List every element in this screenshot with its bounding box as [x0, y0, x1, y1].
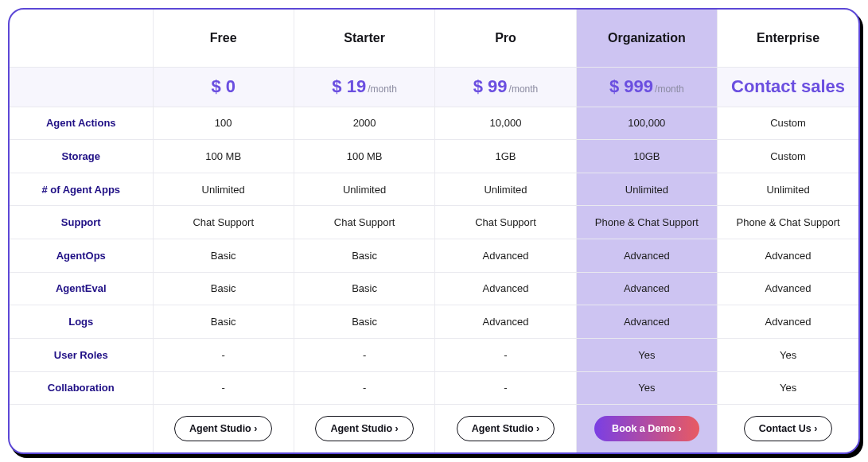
- cell: 100 MB: [294, 140, 434, 173]
- price-organization: $ 999/month: [576, 67, 717, 107]
- cell: Phone & Chat Support: [718, 206, 858, 239]
- row-collaboration: Collaboration - - - Yes Yes: [10, 371, 858, 405]
- cell: Yes: [576, 371, 717, 405]
- cta-cell-enterprise: Contact Us ›: [718, 405, 858, 452]
- cell: Advanced: [718, 272, 858, 305]
- price-value: $ 999: [609, 76, 653, 96]
- price-per: /month: [368, 83, 397, 95]
- pricing-table: Free Starter Pro Organization Enterprise…: [10, 10, 858, 452]
- row-label: Logs: [10, 305, 153, 339]
- cell: Basic: [153, 272, 294, 305]
- row-agentops: AgentOps Basic Basic Advanced Advanced A…: [10, 239, 858, 273]
- cta-cell-starter: Agent Studio ›: [294, 405, 434, 452]
- cell: Unlimited: [435, 173, 576, 206]
- plan-header-organization: Organization: [576, 10, 717, 67]
- cell: Yes: [718, 371, 858, 405]
- cell: 2000: [294, 107, 434, 140]
- row-label: Agent Actions: [10, 107, 153, 140]
- cell: -: [153, 371, 294, 405]
- price-free: $ 0: [153, 67, 294, 107]
- cell: 100,000: [576, 107, 717, 140]
- cell: 10,000: [435, 107, 576, 140]
- cell: Advanced: [435, 272, 576, 305]
- cta-cell-organization: Book a Demo ›: [576, 405, 717, 452]
- plan-header-enterprise: Enterprise: [718, 10, 858, 67]
- cell: Unlimited: [294, 173, 434, 206]
- cell: Chat Support: [153, 206, 294, 239]
- cell: Basic: [294, 239, 434, 273]
- plan-header-row: Free Starter Pro Organization Enterprise: [10, 10, 858, 67]
- price-starter: $ 19/month: [294, 67, 434, 107]
- price-value: $ 19: [332, 76, 366, 96]
- cell: Basic: [153, 305, 294, 339]
- price-per: /month: [655, 83, 684, 95]
- price-per: /month: [509, 83, 539, 95]
- cell: 100 MB: [153, 140, 294, 173]
- cell: Yes: [576, 338, 717, 371]
- row-agent-actions: Agent Actions 100 2000 10,000 100,000 Cu…: [10, 107, 858, 140]
- cell: Advanced: [718, 239, 858, 273]
- corner-cell: [10, 10, 153, 67]
- cta-cell-free: Agent Studio ›: [153, 405, 294, 452]
- agent-studio-button[interactable]: Agent Studio ›: [457, 416, 555, 441]
- plan-header-free: Free: [153, 10, 294, 67]
- cell: -: [435, 338, 576, 371]
- row-label: User Roles: [10, 338, 153, 371]
- price-value: $ 99: [473, 76, 508, 96]
- cell: Basic: [294, 272, 434, 305]
- cell: Custom: [718, 140, 858, 173]
- plan-header-starter: Starter: [294, 10, 434, 67]
- cell: Unlimited: [153, 173, 294, 206]
- row-label: AgentOps: [10, 239, 153, 273]
- cell: Advanced: [435, 239, 576, 273]
- row-label: Collaboration: [10, 371, 153, 405]
- row-storage: Storage 100 MB 100 MB 1GB 10GB Custom: [10, 140, 858, 173]
- cell: -: [294, 338, 434, 371]
- cta-cell-pro: Agent Studio ›: [435, 405, 576, 452]
- cta-row: Agent Studio › Agent Studio › Agent Stud…: [10, 405, 858, 452]
- cell: Chat Support: [294, 206, 434, 239]
- price-enterprise: Contact sales: [718, 67, 858, 107]
- cell: Advanced: [718, 305, 858, 339]
- row-label: # of Agent Apps: [10, 173, 153, 206]
- agent-studio-button[interactable]: Agent Studio ›: [315, 416, 413, 441]
- cell: Advanced: [576, 239, 717, 273]
- price-contact-text: Contact sales: [731, 76, 845, 96]
- cell: -: [435, 371, 576, 405]
- cell: Advanced: [576, 305, 717, 339]
- price-pro: $ 99/month: [435, 67, 576, 107]
- cell: Unlimited: [576, 173, 717, 206]
- cell: Chat Support: [435, 206, 576, 239]
- cell: Basic: [294, 305, 434, 339]
- cell: Basic: [153, 239, 294, 273]
- pricing-table-frame: Free Starter Pro Organization Enterprise…: [8, 8, 860, 454]
- cta-label-cell: [10, 405, 153, 452]
- row-label: AgentEval: [10, 272, 153, 305]
- cell: 100: [153, 107, 294, 140]
- cell: -: [153, 338, 294, 371]
- row-user-roles: User Roles - - - Yes Yes: [10, 338, 858, 371]
- row-label: Support: [10, 206, 153, 239]
- price-row: $ 0 $ 19/month $ 99/month $ 999/month Co…: [10, 67, 858, 107]
- cell: 10GB: [576, 140, 717, 173]
- row-label: Storage: [10, 140, 153, 173]
- cell: Advanced: [435, 305, 576, 339]
- cell: Unlimited: [718, 173, 858, 206]
- cell: -: [294, 371, 434, 405]
- cell: Phone & Chat Support: [576, 206, 717, 239]
- row-logs: Logs Basic Basic Advanced Advanced Advan…: [10, 305, 858, 339]
- price-label-cell: [10, 67, 153, 107]
- plan-header-pro: Pro: [435, 10, 576, 67]
- contact-us-button[interactable]: Contact Us ›: [744, 416, 833, 441]
- agent-studio-button[interactable]: Agent Studio ›: [174, 416, 272, 441]
- price-value: $ 0: [211, 76, 235, 96]
- row-agenteval: AgentEval Basic Basic Advanced Advanced …: [10, 272, 858, 305]
- cell: 1GB: [435, 140, 576, 173]
- row-support: Support Chat Support Chat Support Chat S…: [10, 206, 858, 239]
- cell: Yes: [718, 338, 858, 371]
- cell: Custom: [718, 107, 858, 140]
- cell: Advanced: [576, 272, 717, 305]
- book-demo-button[interactable]: Book a Demo ›: [594, 416, 699, 441]
- row-agent-apps: # of Agent Apps Unlimited Unlimited Unli…: [10, 173, 858, 206]
